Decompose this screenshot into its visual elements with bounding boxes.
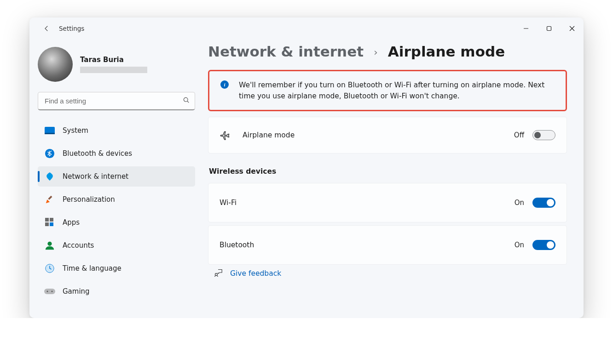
sidebar-item-bluetooth[interactable]: Bluetooth & devices <box>38 143 195 164</box>
sidebar-item-label: Personalization <box>63 195 115 204</box>
maximize-button[interactable] <box>538 19 561 38</box>
user-email-redacted <box>80 67 147 73</box>
system-icon <box>44 125 55 136</box>
close-button[interactable] <box>561 19 584 38</box>
window-title: Settings <box>59 25 84 32</box>
bluetooth-row: Bluetooth On <box>208 225 567 265</box>
sidebar-item-gaming[interactable]: Gaming <box>38 281 195 301</box>
give-feedback[interactable]: Give feedback <box>208 268 567 279</box>
breadcrumb: Network & internet › Airplane mode <box>208 43 567 60</box>
settings-window: Settings Taras Buria <box>29 17 584 318</box>
svg-point-17 <box>47 291 48 292</box>
svg-rect-1 <box>547 27 551 31</box>
time-language-icon <box>44 263 55 274</box>
svg-point-18 <box>52 291 53 292</box>
airplane-mode-toggle[interactable] <box>532 130 555 140</box>
feedback-link: Give feedback <box>230 269 281 278</box>
network-icon <box>44 171 55 182</box>
feedback-icon <box>214 268 223 279</box>
svg-rect-11 <box>50 218 53 222</box>
sidebar-item-apps[interactable]: Apps <box>38 212 195 233</box>
titlebar: Settings <box>29 17 584 40</box>
chevron-right-icon: › <box>374 46 378 58</box>
avatar <box>38 47 73 82</box>
wifi-label: Wi-Fi <box>220 199 515 207</box>
airplane-mode-row: Airplane mode Off <box>208 117 567 154</box>
svg-point-14 <box>47 242 52 246</box>
sidebar-item-label: Gaming <box>63 287 90 296</box>
breadcrumb-current: Airplane mode <box>388 43 505 60</box>
svg-rect-10 <box>45 218 49 222</box>
svg-rect-7 <box>45 133 55 134</box>
sidebar-item-label: System <box>63 126 88 135</box>
wifi-row: Wi-Fi On <box>208 183 567 222</box>
sidebar-item-label: Time & language <box>63 264 121 273</box>
user-name: Taras Buria <box>80 56 147 64</box>
bluetooth-state: On <box>515 241 524 249</box>
sidebar-item-label: Network & internet <box>63 172 128 181</box>
wifi-toggle[interactable] <box>532 198 555 208</box>
svg-rect-13 <box>50 222 53 226</box>
sidebar-item-label: Apps <box>63 218 80 227</box>
svg-rect-16 <box>44 289 55 294</box>
window-controls <box>515 19 584 38</box>
info-text: We'll remember if you turn on Bluetooth … <box>239 80 555 102</box>
wireless-heading: Wireless devices <box>209 167 567 176</box>
bluetooth-icon <box>44 148 55 159</box>
svg-point-19 <box>215 273 217 276</box>
info-icon: i <box>220 80 229 89</box>
user-profile[interactable]: Taras Buria <box>38 47 195 82</box>
sidebar-item-system[interactable]: System <box>38 120 195 141</box>
accounts-icon <box>44 240 55 251</box>
svg-rect-9 <box>48 196 52 200</box>
bluetooth-label: Bluetooth <box>220 241 515 249</box>
sidebar-item-network[interactable]: Network & internet <box>38 166 195 187</box>
sidebar-nav: System Bluetooth & devices Network & int… <box>38 120 195 301</box>
sidebar-item-time-language[interactable]: Time & language <box>38 258 195 279</box>
svg-point-4 <box>184 97 188 102</box>
search-icon <box>183 97 190 106</box>
sidebar-item-label: Bluetooth & devices <box>63 149 132 158</box>
apps-icon <box>44 217 55 228</box>
info-banner: i We'll remember if you turn on Bluetoot… <box>208 70 567 111</box>
back-button[interactable] <box>39 21 54 36</box>
sidebar-item-accounts[interactable]: Accounts <box>38 235 195 256</box>
airplane-mode-state: Off <box>514 131 524 139</box>
breadcrumb-parent[interactable]: Network & internet <box>208 43 364 60</box>
svg-line-5 <box>187 101 189 102</box>
svg-point-8 <box>45 149 54 158</box>
search-input-wrapper[interactable] <box>38 92 195 110</box>
search-input[interactable] <box>45 97 183 105</box>
svg-rect-12 <box>45 222 49 226</box>
sidebar-item-label: Accounts <box>63 241 94 250</box>
airplane-mode-label: Airplane mode <box>243 131 514 139</box>
main-content: Network & internet › Airplane mode i We'… <box>203 40 584 318</box>
minimize-button[interactable] <box>515 19 538 38</box>
wifi-state: On <box>515 199 524 207</box>
personalization-icon <box>44 194 55 205</box>
sidebar-item-personalization[interactable]: Personalization <box>38 189 195 210</box>
bluetooth-toggle[interactable] <box>532 240 555 250</box>
airplane-icon <box>220 129 231 141</box>
gaming-icon <box>44 286 55 297</box>
sidebar: Taras Buria System <box>29 40 203 318</box>
